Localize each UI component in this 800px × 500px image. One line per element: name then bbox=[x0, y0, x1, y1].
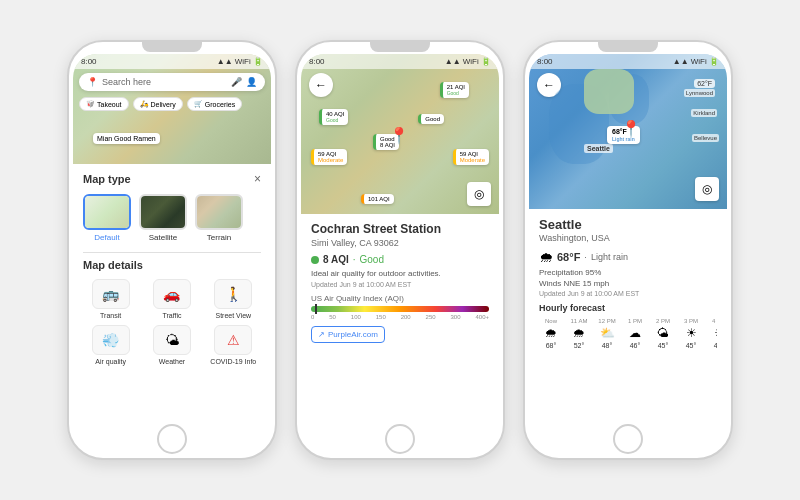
hour-5-temp: 45° bbox=[686, 342, 697, 349]
aqi-badge-59-right: 59 AQIModerate bbox=[453, 149, 489, 165]
signal-icons-2: ▲▲ WiFi 🔋 bbox=[445, 57, 491, 66]
hour-0-time: Now bbox=[545, 318, 557, 324]
aqi-status-dot bbox=[311, 256, 319, 264]
locate-button-2[interactable]: ◎ bbox=[467, 182, 491, 206]
aqi-badge-21: 21 AQIGood bbox=[440, 82, 469, 98]
aqi-bar-section: US Air Quality Index (AQI) 0 50 100 150 … bbox=[311, 294, 489, 320]
map-details-title: Map details bbox=[83, 259, 261, 271]
default-thumb bbox=[83, 194, 131, 230]
back-button-2[interactable]: ← bbox=[309, 73, 333, 97]
detail-air-quality[interactable]: 💨 Air quality bbox=[83, 325, 138, 365]
detail-transit[interactable]: 🚌 Transit bbox=[83, 279, 138, 319]
transit-icon: 🚌 bbox=[92, 279, 130, 309]
map-view-3: 8:00 ▲▲ WiFi 🔋 ← Lynnwood Kirkland Belle… bbox=[529, 54, 727, 209]
hourly-item-0: Now 🌧 68° bbox=[539, 318, 563, 349]
delivery-icon: 🛵 bbox=[140, 100, 149, 108]
hourly-scroll: Now 🌧 68° 11 AM 🌧 52° 12 PM ⛅ 48° bbox=[539, 318, 717, 349]
time-3: 8:00 bbox=[537, 57, 553, 66]
locate-button-3[interactable]: ◎ bbox=[695, 177, 719, 201]
filter-delivery[interactable]: 🛵 Delivery bbox=[133, 97, 183, 111]
time-2: 8:00 bbox=[309, 57, 325, 66]
detail-traffic[interactable]: 🚗 Traffic bbox=[144, 279, 199, 319]
bellevue-label: Bellevue bbox=[692, 134, 719, 142]
phone-1: 8:00 ▲▲ WiFi 🔋 📍 Search here 🎤 👤 🥡 Takeo… bbox=[67, 40, 277, 460]
hour-6-temp: 45° bbox=[714, 342, 717, 349]
hour-6-time: 4 PM bbox=[712, 318, 717, 324]
traffic-label: Traffic bbox=[162, 312, 181, 319]
maps-icon: 📍 bbox=[87, 77, 98, 87]
signal-icons-3: ▲▲ WiFi 🔋 bbox=[673, 57, 719, 66]
weather-updated: Updated Jun 9 at 10:00 AM EST bbox=[539, 290, 717, 297]
aqi-badge-40: 40 AQIGood bbox=[319, 109, 348, 125]
aqi-bar bbox=[311, 306, 489, 312]
satellite-thumb bbox=[139, 194, 187, 230]
detail-weather[interactable]: 🌤 Weather bbox=[144, 325, 199, 365]
map-option-default[interactable]: Default bbox=[83, 194, 131, 242]
external-link-icon: ↗ bbox=[318, 330, 325, 339]
search-placeholder: Search here bbox=[102, 77, 151, 87]
groceries-icon: 🛒 bbox=[194, 100, 203, 108]
aqi-value: 8 AQI bbox=[323, 254, 349, 265]
purpleair-label: PurpleAir.com bbox=[328, 330, 378, 339]
close-button[interactable]: × bbox=[254, 172, 261, 186]
hour-2-time: 12 PM bbox=[598, 318, 615, 324]
hourly-item-4: 2 PM 🌤 45° bbox=[651, 318, 675, 349]
weather-label: Weather bbox=[159, 358, 185, 365]
aqi-bar-marker bbox=[315, 304, 317, 314]
traffic-icon: 🚗 bbox=[153, 279, 191, 309]
hourly-item-2: 12 PM ⛅ 48° bbox=[595, 318, 619, 349]
search-bar[interactable]: 📍 Search here 🎤 👤 bbox=[79, 73, 265, 91]
hourly-item-5: 3 PM ☀ 45° bbox=[679, 318, 703, 349]
signal-icons-1: ▲▲ WiFi 🔋 bbox=[217, 57, 263, 66]
aqi-badge-59-left: 59 AQIModerate bbox=[311, 149, 347, 165]
hour-5-icon: ☀ bbox=[686, 326, 697, 340]
purpleair-link[interactable]: ↗ PurpleAir.com bbox=[311, 326, 385, 343]
map-type-header: Map type × bbox=[83, 172, 261, 186]
lynnwood-label: Lynnwood bbox=[684, 89, 715, 97]
map-option-satellite[interactable]: Satellite bbox=[139, 194, 187, 242]
hour-3-icon: ☁ bbox=[629, 326, 641, 340]
map-type-panel: Map type × Default Satellite bbox=[73, 164, 271, 373]
filter-row: 🥡 Takeout 🛵 Delivery 🛒 Groceries bbox=[73, 95, 271, 113]
hourly-forecast-title: Hourly forecast bbox=[539, 303, 717, 313]
hourly-item-3: 1 PM ☁ 46° bbox=[623, 318, 647, 349]
temp-corner-badge: 62°F bbox=[694, 79, 715, 88]
satellite-thumb-img bbox=[141, 196, 185, 228]
map-type-title: Map type bbox=[83, 173, 131, 185]
terrain-label: Terrain bbox=[207, 233, 231, 242]
winds-detail: Winds NNE 15 mph bbox=[539, 279, 717, 288]
avatar-small: 👤 bbox=[246, 77, 257, 87]
city-name: Seattle bbox=[539, 217, 717, 232]
aqi-status-label: Good bbox=[360, 254, 384, 265]
map-pin-2: 📍 bbox=[389, 126, 409, 145]
map-type-options: Default Satellite Terrain bbox=[83, 194, 261, 242]
map-option-terrain[interactable]: Terrain bbox=[195, 194, 243, 242]
status-bar-1: 8:00 ▲▲ WiFi 🔋 bbox=[73, 54, 271, 69]
hour-3-time: 1 PM bbox=[628, 318, 642, 324]
time-1: 8:00 bbox=[81, 57, 97, 66]
hour-2-icon: ⛅ bbox=[600, 326, 615, 340]
covid-label: COVID-19 Info bbox=[210, 358, 256, 365]
hour-0-icon: 🌧 bbox=[545, 326, 557, 340]
map-details-grid: 🚌 Transit 🚗 Traffic 🚶 Street View 💨 Air … bbox=[83, 279, 261, 365]
terrain-thumb bbox=[195, 194, 243, 230]
aqi-bar-ticks: 0 50 100 150 200 250 300 400+ bbox=[311, 314, 489, 320]
takeout-icon: 🥡 bbox=[86, 100, 95, 108]
hour-5-time: 3 PM bbox=[684, 318, 698, 324]
weather-main: 🌧 68°F · Light rain bbox=[539, 249, 717, 265]
filter-takeout[interactable]: 🥡 Takeout bbox=[79, 97, 129, 111]
seattle-map-label: Seattle bbox=[584, 144, 613, 153]
satellite-label: Satellite bbox=[149, 233, 177, 242]
phone-home-1[interactable] bbox=[157, 424, 187, 454]
phone-home-3[interactable] bbox=[613, 424, 643, 454]
city-region: Washington, USA bbox=[539, 233, 717, 243]
air-quality-icon: 💨 bbox=[92, 325, 130, 355]
detail-covid[interactable]: ⚠ COVID-19 Info bbox=[206, 325, 261, 365]
phone-home-2[interactable] bbox=[385, 424, 415, 454]
map-view-2: 8:00 ▲▲ WiFi 🔋 ← 21 AQIGood 40 AQIGood G… bbox=[301, 54, 499, 214]
filter-groceries[interactable]: 🛒 Groceries bbox=[187, 97, 242, 111]
detail-street-view[interactable]: 🚶 Street View bbox=[206, 279, 261, 319]
phone-notch-3 bbox=[598, 42, 658, 52]
hour-1-temp: 52° bbox=[574, 342, 585, 349]
phone-notch-1 bbox=[142, 42, 202, 52]
